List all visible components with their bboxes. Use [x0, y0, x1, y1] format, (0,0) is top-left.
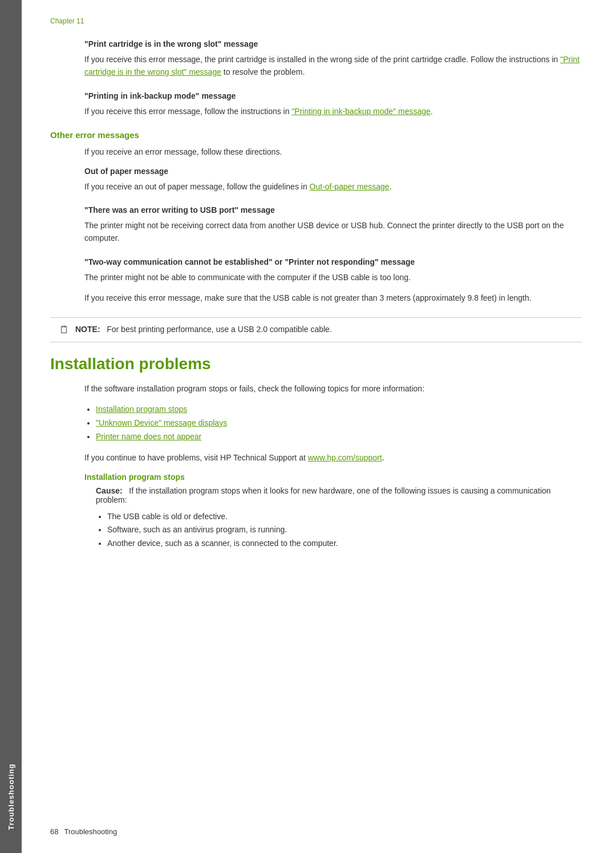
para-two-way-comm-1: The printer might not be able to communi…: [84, 271, 582, 284]
note-icon: 🗒: [59, 324, 70, 336]
para-support-text: If you continue to have problems, visit …: [84, 451, 582, 464]
note-box: 🗒 NOTE: For best printing performance, u…: [50, 317, 582, 342]
sidebar-tab-label: Troubleshooting: [7, 763, 15, 830]
heading-two-way-comm: "Two-way communication cannot be establi…: [84, 257, 582, 266]
note-label: NOTE:: [75, 325, 100, 334]
bullet-usb-old: The USB cable is old or defective.: [107, 510, 582, 524]
heading-install-stops: Installation program stops: [84, 472, 582, 482]
cause-body: If the installation program stops when i…: [96, 486, 551, 504]
section-installation-problems: Installation problems If the software in…: [50, 355, 582, 551]
cause-label: Cause:: [96, 486, 123, 495]
list-item-printer-name: Printer name does not appear: [96, 430, 582, 444]
bullet-antivirus: Software, such as an antivirus program, …: [107, 523, 582, 537]
para-other-errors-intro: If you receive an error message, follow …: [84, 145, 582, 158]
heading-installation-problems: Installation problems: [50, 355, 582, 373]
page-footer: 68 Troubleshooting: [50, 827, 582, 836]
link-unknown-device[interactable]: "Unknown Device" message displays: [96, 418, 227, 427]
para-out-of-paper: If you receive an out of paper message, …: [84, 180, 582, 193]
list-item-unknown-device: "Unknown Device" message displays: [96, 417, 582, 430]
heading-usb-error: "There was an error writing to USB port"…: [84, 205, 582, 215]
cause-block: Cause: If the installation program stops…: [96, 486, 582, 504]
footer-label: Troubleshooting: [64, 827, 117, 836]
note-text: NOTE: For best printing performance, use…: [75, 324, 332, 335]
page-number: 68: [50, 827, 58, 836]
link-ink-backup[interactable]: "Printing in ink-backup mode" message: [291, 107, 430, 116]
heading-other-errors: Other error messages: [50, 130, 582, 140]
section-print-cartridge-wrong-slot: "Print cartridge is in the wrong slot" m…: [50, 39, 582, 79]
para-two-way-comm-2: If you receive this error message, make …: [84, 292, 582, 304]
note-body: For best printing performance, use a USB…: [102, 325, 331, 334]
para-usb-error: The printer might not be receiving corre…: [84, 219, 582, 245]
heading-print-cartridge-wrong-slot: "Print cartridge is in the wrong slot" m…: [84, 39, 582, 48]
list-item-install-stops: Installation program stops: [96, 403, 582, 417]
section-out-of-paper: Out of paper message If you receive an o…: [50, 167, 582, 193]
link-out-of-paper[interactable]: Out-of-paper message: [310, 182, 390, 191]
link-installation-stops[interactable]: Installation program stops: [96, 405, 187, 414]
para-installation-intro: If the software installation program sto…: [84, 382, 582, 395]
sidebar-tab: Troubleshooting: [0, 0, 22, 853]
main-content: Chapter 11 "Print cartridge is in the wr…: [22, 0, 616, 853]
para-print-cartridge-wrong-slot: If you receive this error message, the p…: [84, 53, 582, 79]
section-usb-error: "There was an error writing to USB port"…: [50, 205, 582, 245]
installation-links-list: Installation program stops "Unknown Devi…: [96, 403, 582, 443]
link-hp-support[interactable]: www.hp.com/support: [308, 453, 382, 462]
section-ink-backup: "Printing in ink-backup mode" message If…: [50, 91, 582, 118]
section-two-way-comm: "Two-way communication cannot be establi…: [50, 257, 582, 305]
link-printer-name[interactable]: Printer name does not appear: [96, 432, 201, 441]
para-ink-backup: If you receive this error message, follo…: [84, 105, 582, 118]
heading-ink-backup: "Printing in ink-backup mode" message: [84, 91, 582, 100]
cause-text: Cause: If the installation program stops…: [96, 486, 582, 504]
chapter-header: Chapter 11: [50, 17, 582, 25]
section-install-stops: Installation program stops Cause: If the…: [50, 472, 582, 551]
heading-out-of-paper: Out of paper message: [84, 167, 582, 176]
section-other-errors: Other error messages If you receive an e…: [50, 130, 582, 342]
bullet-other-device: Another device, such as a scanner, is co…: [107, 537, 582, 551]
cause-bullets-list: The USB cable is old or defective. Softw…: [107, 510, 582, 551]
